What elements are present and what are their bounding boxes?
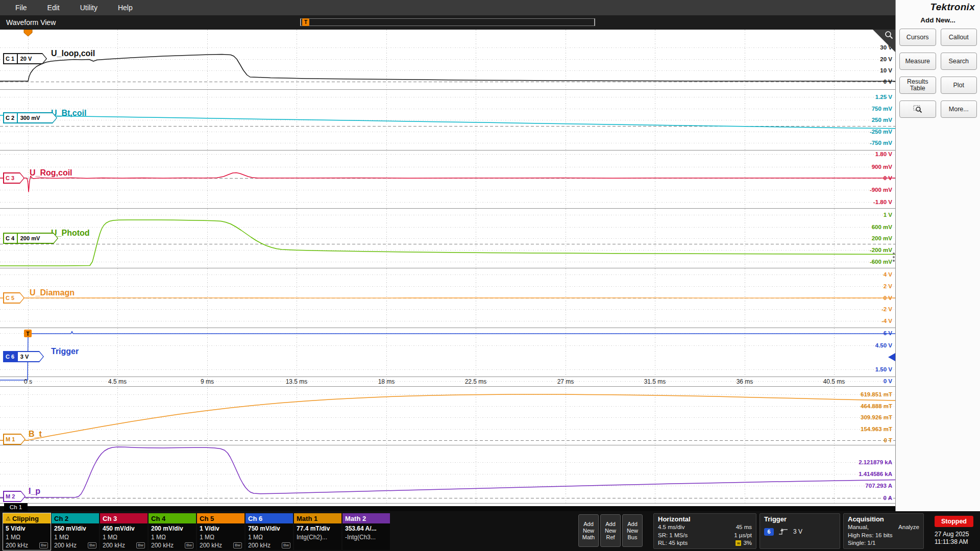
- trigger-point-marker[interactable]: T: [24, 330, 32, 337]
- channel-config-badge-ch4[interactable]: Ch 4200 mV/div1 MΩ200 kHzBw: [149, 513, 196, 550]
- scale-label-c3: 1.80 V: [875, 151, 892, 157]
- run-stop-status[interactable]: Stopped: [935, 516, 973, 527]
- channel-badge-c5[interactable]: C 5: [3, 292, 24, 304]
- time-label-40-5-ms: 40.5 ms: [823, 378, 845, 385]
- badge-row: Intg(Ch2)...: [297, 533, 339, 542]
- channel-config-badge-ch5[interactable]: Ch 51 V/div1 MΩ200 kHzBw: [197, 513, 244, 550]
- scale-label-c2: 750 mV: [872, 106, 892, 112]
- add-new-math-button[interactable]: AddNewMath: [578, 514, 599, 547]
- badge-row: 1 V/div: [200, 524, 242, 533]
- zoom-overlay-icon: [913, 105, 922, 114]
- scale-label-c1: 0 V: [884, 79, 892, 85]
- time-label-18-ms: 18 ms: [378, 378, 395, 385]
- horizontal-panel[interactable]: Horizontal 4.5 ms/div45 msSR: 1 MS/s1 µs…: [653, 513, 756, 549]
- channel-config-badge-math1[interactable]: Math 177.4 mT/divIntg(Ch2)...: [294, 513, 341, 550]
- badge-row: 200 kHzBw: [103, 541, 145, 550]
- panel-resize-handle[interactable]: [893, 253, 895, 262]
- scale-label-c5: 0 V: [884, 295, 892, 301]
- trigger-level-arrow[interactable]: [888, 353, 895, 361]
- scale-label-c4: 1 V: [884, 212, 892, 218]
- scale-label-c2: -750 mV: [870, 140, 892, 146]
- menu-edit[interactable]: Edit: [37, 0, 70, 15]
- selected-channel-tab[interactable]: Ch 1: [4, 503, 28, 511]
- add-new-label: Add New...: [896, 16, 980, 24]
- menu-utility[interactable]: Utility: [70, 0, 108, 15]
- channel-name-c1[interactable]: U_loop,coil: [51, 49, 95, 58]
- acquisition-analyze: Analyze: [898, 523, 919, 532]
- menu-help[interactable]: Help: [108, 0, 143, 15]
- time-label-27-ms: 27 ms: [557, 378, 574, 385]
- scale-label-m1: 154.963 mT: [861, 426, 892, 432]
- channel-badge-c4[interactable]: C 4200 mV: [3, 233, 58, 244]
- channel-config-badge-ch2[interactable]: Ch 2250 mV/div1 MΩ200 kHzBw: [52, 513, 99, 550]
- trigger-source-badge: 6: [764, 528, 774, 536]
- badge-row: 200 kHzBw: [248, 541, 290, 550]
- channel-config-badge-math2[interactable]: Math 2353.64 A/...-Intg(Ch3...: [342, 513, 390, 550]
- channel-badge-c2[interactable]: C 2300 mV: [3, 112, 57, 123]
- sidebar-button-callout[interactable]: Callout: [941, 29, 977, 46]
- time-label-22-5-ms: 22.5 ms: [465, 378, 487, 385]
- datetime: 27 Aug 2025 11:11:38 AM: [935, 531, 969, 546]
- horizontal-row: RL: 45 kptsw3%: [658, 539, 752, 547]
- time-label-36-ms: 36 ms: [737, 378, 753, 385]
- scale-label-m2: 707.293 A: [865, 483, 892, 489]
- add-new-bus-button[interactable]: AddNewBus: [622, 514, 643, 547]
- acquisition-panel[interactable]: Acquisition Manual,Analyze High Res: 16 …: [843, 513, 924, 549]
- badge-row: 1 MΩ: [54, 533, 96, 542]
- sidebar-button-results-table[interactable]: Results Table: [899, 77, 936, 94]
- channel-name-m1[interactable]: B_t: [29, 430, 42, 439]
- sidebar-button-cursors[interactable]: Cursors: [899, 29, 936, 46]
- acquisition-mode: Manual,: [848, 523, 869, 532]
- channel-badge-m2[interactable]: M 2: [3, 491, 26, 502]
- channel-config-badge-ch6[interactable]: Ch 6750 mV/div1 MΩ200 kHzBw: [246, 513, 293, 550]
- channel-badge-c1[interactable]: C 120 V: [3, 53, 47, 64]
- badge-row: 1 MΩ: [151, 533, 193, 542]
- channel-config-badge-ch1[interactable]: ⚠Clipping5 V/div1 MΩ200 kHzBw: [3, 513, 51, 550]
- sidebar-button-more[interactable]: More...: [941, 101, 977, 118]
- channel-badge-c6[interactable]: C 63 V: [3, 351, 44, 362]
- time-label-9-ms: 9 ms: [201, 378, 214, 385]
- channel-config-badge-ch3[interactable]: Ch 3450 mV/div1 MΩ200 kHzBw: [100, 513, 148, 550]
- channel-name-c6[interactable]: Trigger: [51, 347, 79, 356]
- sidebar-button-measure[interactable]: Measure: [899, 53, 936, 70]
- badge-header-ch4: Ch 4: [149, 513, 196, 523]
- sidebar-button-plot[interactable]: Plot: [941, 77, 977, 94]
- scale-label-c2: 250 mV: [872, 117, 892, 123]
- badge-row: 1 MΩ: [6, 533, 48, 542]
- trace-c1[interactable]: [0, 55, 895, 82]
- scale-label-c4: -200 mV: [870, 247, 892, 253]
- channel-name-c3[interactable]: U_Rog,coil: [30, 168, 72, 178]
- menu-file[interactable]: File: [5, 0, 37, 15]
- trace-m2[interactable]: [0, 447, 895, 497]
- scale-label-c2: -250 mV: [870, 129, 892, 135]
- trace-c6[interactable]: [0, 332, 895, 381]
- scale-label-c6: 6 V: [884, 330, 892, 336]
- scale-label-c4: -600 mV: [870, 259, 892, 265]
- add-new-ref-button[interactable]: AddNewRef: [600, 514, 621, 547]
- trace-c3[interactable]: [0, 173, 895, 192]
- waveform-display: 30 V20 V10 V0 VU_loop,coilC 120 V1.25 V7…: [0, 30, 895, 506]
- trigger-panel[interactable]: Trigger 6 3 V: [760, 513, 840, 549]
- scale-label-c3: 900 mV: [872, 164, 892, 170]
- sidebar-button-zoom-overlay[interactable]: [899, 101, 936, 118]
- rising-edge-icon: [778, 528, 789, 536]
- channel-badge-c3[interactable]: C 3: [3, 172, 24, 184]
- channel-name-m2[interactable]: I_p: [29, 487, 40, 496]
- trace-c2[interactable]: [0, 115, 895, 129]
- menu-bar: FileEditUtilityHelp: [0, 0, 895, 15]
- scale-label-c1: 20 V: [880, 56, 892, 62]
- trigger-title: Trigger: [764, 515, 836, 523]
- date-label: 27 Aug 2025: [935, 531, 969, 538]
- badge-row: 1 MΩ: [200, 533, 242, 542]
- badge-row: 200 kHzBw: [6, 541, 48, 550]
- scale-label-c6: 1.50 V: [875, 366, 892, 372]
- waveform-view-title: Waveform View: [0, 18, 56, 27]
- trigger-position-marker[interactable]: [24, 30, 32, 36]
- record-trigger-marker[interactable]: T: [302, 18, 309, 26]
- channel-badge-m1[interactable]: M 1: [3, 434, 26, 445]
- badge-row: 250 mV/div: [54, 524, 96, 533]
- channel-name-c5[interactable]: U_Diamagn: [30, 288, 75, 297]
- badge-header-math2: Math 2: [342, 513, 390, 523]
- record-view-slider[interactable]: [300, 18, 595, 26]
- sidebar-button-search[interactable]: Search: [941, 53, 977, 70]
